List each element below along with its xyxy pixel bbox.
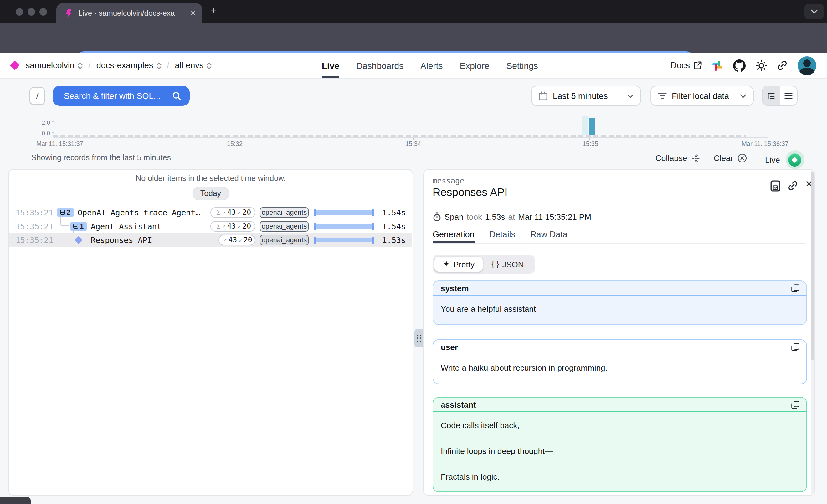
json-view-button[interactable]: { } JSON	[483, 259, 533, 269]
tab-explore[interactable]: Explore	[460, 53, 490, 78]
trace-row[interactable]: 15:35:21 2 OpenAI Agents trace Agent… Σ …	[9, 205, 412, 219]
token-usage-pill[interactable]: ↗43 ↙20	[218, 235, 255, 245]
trace-row[interactable]: 15:35:21 1 Agent Assistant Σ ↗43 ↙20 ope…	[9, 219, 412, 233]
copy-link-icon[interactable]	[787, 180, 798, 191]
sparkle-icon	[443, 260, 450, 268]
slash-shortcut-key[interactable]: /	[30, 87, 45, 105]
pretty-view-button[interactable]: Pretty	[434, 257, 483, 272]
list-view-button[interactable]	[780, 86, 797, 105]
token-usage-pill[interactable]: Σ ↗43 ↙20	[210, 207, 255, 217]
tab-generation[interactable]: Generation	[433, 230, 475, 243]
row-timestamp: 15:35:21	[16, 222, 53, 231]
external-link-icon	[694, 61, 702, 69]
scrollbar-thumb[interactable]	[811, 172, 814, 360]
timeline-xlabel: Mar 11. 15:31:37	[36, 140, 83, 147]
search-placeholder: Search & filter with SQL...	[64, 91, 172, 100]
timeline-ytick: 0.0	[36, 130, 50, 137]
share-link-icon[interactable]	[777, 60, 787, 71]
timeline-activity-bar[interactable]	[589, 118, 595, 135]
span-name[interactable]: OpenAI Agents trace Agent…	[78, 208, 200, 217]
role-label: user	[441, 342, 458, 352]
user-avatar[interactable]	[797, 56, 816, 75]
scope-tag[interactable]: openai_agents	[260, 235, 309, 245]
live-toggle[interactable]: Live	[765, 150, 805, 169]
span-title: Responses API	[433, 186, 507, 199]
message-text: Code calls itself back,	[441, 421, 799, 430]
breadcrumb-org[interactable]: samuelcolvin	[26, 61, 83, 70]
copy-icon[interactable]	[791, 400, 799, 408]
collapse-box-icon	[73, 223, 78, 229]
add-to-dashboard-icon[interactable]	[770, 180, 781, 192]
list-view-icon	[784, 92, 792, 100]
slack-icon[interactable]	[712, 60, 723, 71]
timeline-xtick-mark	[589, 138, 590, 140]
scope-tag[interactable]: openai_agents	[260, 221, 309, 231]
filter-value: Filter local data	[672, 91, 735, 100]
duration-bar	[314, 210, 374, 214]
tab-alerts[interactable]: Alerts	[421, 53, 443, 78]
logfire-favicon-icon	[65, 9, 72, 17]
records-status-text: Showing records from the last 5 minutes	[31, 153, 171, 162]
collapse-children-badge[interactable]: 2	[57, 208, 74, 217]
chevron-down-icon	[740, 94, 746, 98]
tab-settings[interactable]: Settings	[506, 53, 538, 78]
collapse-icon	[691, 154, 700, 162]
timeline-ytick-mark	[52, 121, 54, 122]
theme-sun-icon[interactable]	[756, 60, 767, 71]
tab-search-chevron-icon[interactable]	[805, 4, 824, 19]
span-kind-label: message	[433, 177, 464, 185]
timeline-selection-window[interactable]	[582, 116, 588, 135]
updown-chevron-icon	[78, 62, 83, 69]
browser-toolbar: logfire.pydantic.dev/samuelcolvin/docs-e…	[0, 23, 827, 53]
collapse-children-badge[interactable]: 1	[70, 221, 87, 231]
filter-dropdown[interactable]: Filter local data	[650, 86, 754, 106]
trace-row-selected[interactable]: 15:35:21 Responses API ↗43 ↙20 openai_ag…	[9, 233, 412, 247]
app-header-actions: Docs	[671, 53, 816, 78]
timeline-xtick-mark	[413, 138, 414, 140]
timeline-ytick: 2.0	[36, 119, 50, 126]
tree-view-icon	[767, 92, 775, 100]
time-range-dropdown[interactable]: Last 5 minutes	[531, 86, 641, 106]
message-card-user: user Write a haiku about recursion in pr…	[433, 339, 807, 385]
traffic-light-close[interactable]	[16, 8, 23, 16]
panel-resize-handle[interactable]	[415, 329, 424, 348]
new-tab-icon[interactable]: +	[210, 5, 216, 17]
token-coin-icon	[215, 209, 215, 215]
copy-icon[interactable]	[791, 343, 799, 351]
tab-close-icon[interactable]: ✕	[190, 9, 196, 17]
tab-details[interactable]: Details	[490, 230, 516, 243]
duration-value: 1.54s	[382, 208, 406, 217]
app-header: samuelcolvin / docs-examples / all envs …	[0, 53, 827, 79]
timeline-xlabel: 15:35	[583, 140, 598, 147]
traffic-light-minimize[interactable]	[28, 8, 35, 16]
timeline-xlabel: 15:32	[227, 140, 243, 147]
live-indicator-icon[interactable]	[788, 153, 801, 166]
view-mode-toggle	[762, 86, 797, 106]
docs-link[interactable]: Docs	[671, 61, 702, 70]
traffic-light-zoom[interactable]	[40, 8, 47, 16]
breadcrumb-project[interactable]: docs-examples	[96, 61, 161, 70]
logfire-logo[interactable]	[10, 60, 19, 70]
duration-bar	[314, 238, 374, 242]
span-name[interactable]: Agent Assistant	[91, 221, 161, 231]
browser-tab[interactable]: Live · samuelcolvin/docs-exa ✕	[56, 3, 202, 23]
copy-icon[interactable]	[791, 284, 799, 292]
scope-tag[interactable]: openai_agents	[260, 207, 309, 217]
search-button[interactable]: Search & filter with SQL...	[53, 86, 190, 106]
tab-dashboards[interactable]: Dashboards	[356, 53, 403, 78]
row-timestamp: 15:35:21	[16, 236, 53, 245]
today-chip[interactable]: Today	[192, 187, 230, 200]
span-diamond-icon	[75, 236, 82, 244]
tab-raw-data[interactable]: Raw Data	[530, 230, 568, 243]
tab-live[interactable]: Live	[322, 53, 339, 78]
tree-view-button[interactable]	[763, 86, 780, 105]
github-icon[interactable]	[733, 59, 746, 72]
collapse-button[interactable]: Collapse	[655, 153, 700, 163]
span-name[interactable]: Responses API	[91, 235, 152, 245]
breadcrumb-separator: /	[88, 61, 91, 70]
clear-button[interactable]: Clear	[714, 153, 747, 163]
trace-list-panel: No older items in the selected time wind…	[8, 169, 413, 496]
message-text: Write a haiku about recursion in program…	[441, 363, 799, 372]
breadcrumb-env[interactable]: all envs	[175, 61, 212, 70]
token-usage-pill[interactable]: Σ ↗43 ↙20	[210, 221, 255, 231]
